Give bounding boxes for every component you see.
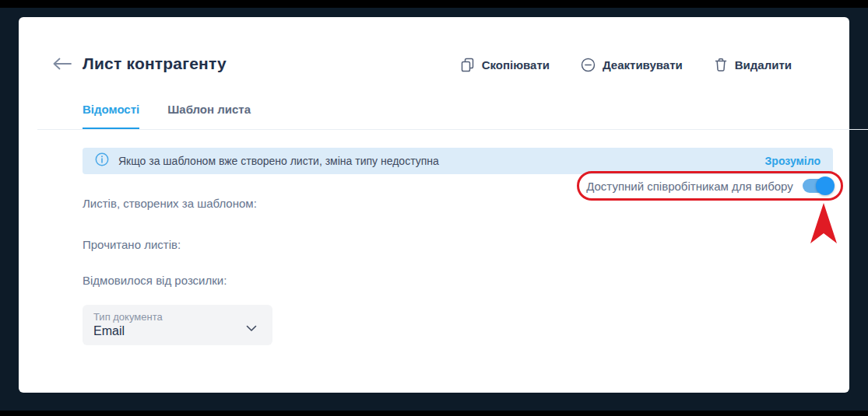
back-button[interactable]	[51, 56, 73, 75]
banner-text: Якщо за шаблоном вже створено листи, змі…	[118, 155, 756, 167]
delete-button-label: Видалити	[735, 58, 792, 72]
header-actions: Скопіювати Деактивувати Видалити	[461, 58, 792, 72]
deactivate-button[interactable]: Деактивувати	[581, 58, 683, 72]
trash-icon	[714, 58, 728, 72]
info-banner: Якщо за шаблоном вже створено листи, змі…	[83, 148, 833, 174]
copy-button-label: Скопіювати	[482, 58, 550, 72]
document-type-select[interactable]: Тип документа Email	[83, 305, 272, 345]
banner-dismiss-link[interactable]: Зрозуміло	[765, 155, 821, 167]
tabs-divider	[37, 129, 868, 130]
template-card: Лист контрагенту Скопіювати Деактивувати	[19, 17, 849, 393]
toggle-knob	[816, 177, 835, 195]
info-icon	[95, 152, 109, 170]
tab-details[interactable]: Відомості	[83, 103, 139, 130]
tab-letter-template[interactable]: Шаблон листа	[167, 103, 251, 130]
page-title: Лист контрагенту	[83, 54, 227, 73]
copy-button[interactable]: Скопіювати	[461, 58, 550, 72]
document-type-value: Email	[93, 324, 262, 338]
availability-toggle-label: Доступний співробітникам для вибору	[586, 180, 793, 193]
deactivate-button-label: Деактивувати	[603, 58, 683, 72]
availability-toggle[interactable]	[803, 178, 834, 194]
stat-created-label: Листів, створених за шаблоном:	[83, 197, 257, 210]
stat-read-label: Прочитано листів:	[83, 238, 181, 251]
minus-circle-icon	[581, 58, 596, 72]
availability-toggle-group: Доступний співробітникам для вибору	[577, 171, 843, 201]
document-type-label: Тип документа	[93, 311, 262, 323]
chevron-down-icon	[246, 321, 257, 335]
arrow-left-icon	[52, 58, 72, 73]
stat-unsubscribed-label: Відмовилося від розсилки:	[83, 274, 227, 287]
annotation-arrow-icon	[810, 203, 838, 243]
delete-button[interactable]: Видалити	[714, 58, 792, 72]
copy-icon	[461, 58, 475, 72]
tab-bar: Відомості Шаблон листа	[83, 103, 251, 130]
